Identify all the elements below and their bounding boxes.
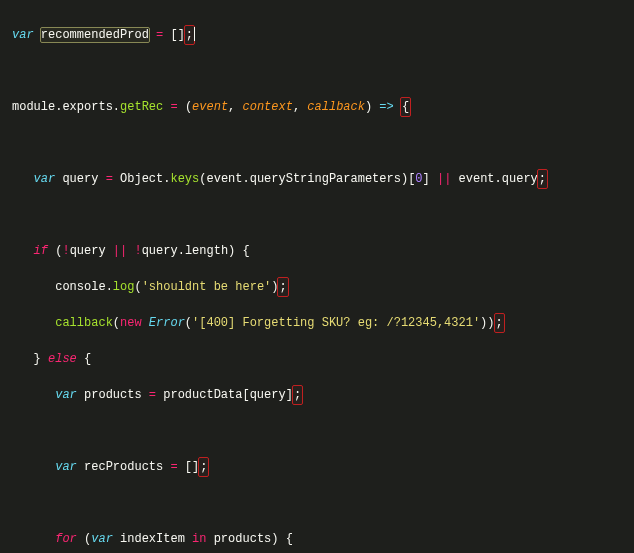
code-line: callback(new Error('[400] Forgetting SKU… <box>12 314 622 332</box>
code-line <box>12 494 622 512</box>
code-line: var products = productData[query]; <box>12 386 622 404</box>
selection: recommendedProd <box>41 28 149 42</box>
code-line: module.exports.getRec = (event, context,… <box>12 98 622 116</box>
semi-highlight: ; <box>538 170 547 188</box>
code-line: console.log('shouldnt be here'); <box>12 278 622 296</box>
cursor-icon <box>194 27 195 41</box>
code-line <box>12 62 622 80</box>
code-line: for (var indexItem in products) { <box>12 530 622 548</box>
semi-highlight: ; <box>293 386 302 404</box>
code-line: var recProducts = []; <box>12 458 622 476</box>
semi-highlight: ; <box>495 314 504 332</box>
semi-highlight: ; <box>185 26 194 44</box>
code-line: var recommendedProd = []; <box>12 26 622 44</box>
code-line <box>12 134 622 152</box>
semi-highlight: ; <box>278 278 287 296</box>
code-line: } else { <box>12 350 622 368</box>
code-line <box>12 422 622 440</box>
code-line <box>12 206 622 224</box>
keyword-var: var <box>12 28 34 42</box>
semi-highlight: ; <box>199 458 208 476</box>
code-line: var query = Object.keys(event.queryStrin… <box>12 170 622 188</box>
brace-highlight: { <box>401 98 410 116</box>
code-line: if (!query || !query.length) { <box>12 242 622 260</box>
code-editor[interactable]: var recommendedProd = []; module.exports… <box>0 0 634 553</box>
